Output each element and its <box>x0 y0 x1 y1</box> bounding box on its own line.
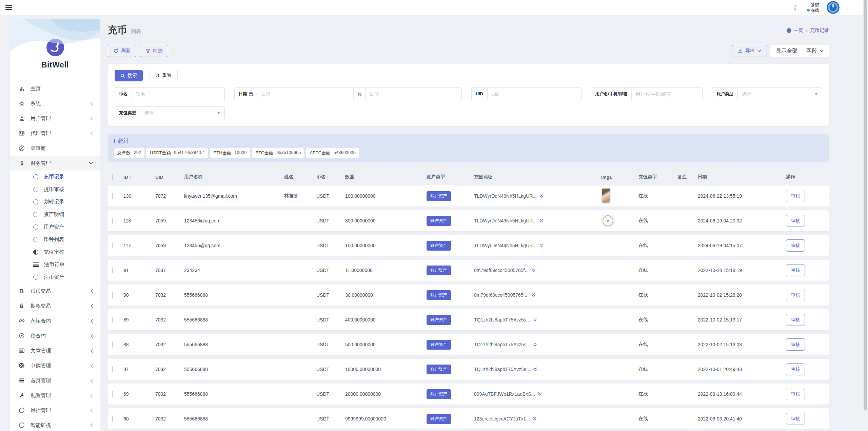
breadcrumb-current[interactable]: 充币记录 <box>810 27 829 34</box>
expand-address-icon[interactable] <box>533 367 537 371</box>
menu-toggle-icon[interactable] <box>5 5 12 10</box>
date-end-input[interactable] <box>366 88 461 100</box>
account-type-select[interactable]: 选择 ▼ <box>738 88 822 100</box>
sidebar-item-agent-management[interactable]: 代理管理 <box>10 126 100 141</box>
expand-address-icon[interactable] <box>533 417 537 421</box>
audit-button[interactable]: 审核 <box>786 239 805 252</box>
sidebar-subitem-user-assets[interactable]: 用户资产 <box>10 221 100 233</box>
row-checkbox[interactable] <box>112 193 113 199</box>
row-checkbox[interactable] <box>112 267 113 273</box>
audit-button[interactable]: 审核 <box>786 363 805 375</box>
audit-button[interactable]: 审核 <box>786 314 805 326</box>
sidebar-item-smart-miner[interactable]: 智能矿机 <box>10 418 100 431</box>
cell-account-type: 账户资产 <box>427 340 474 350</box>
dark-mode-icon[interactable]: ☾ <box>793 4 800 11</box>
sidebar-menu: 主页系统用户管理代理管理渠道商$财务管理充币记录提币审核划转记录资产明细用户资产… <box>10 81 100 431</box>
expand-address-icon[interactable] <box>539 243 544 248</box>
sidebar-item-perpetual-contract[interactable]: 永续合约 <box>10 313 100 328</box>
account-type-badge: 账户资产 <box>427 216 451 226</box>
sidebar-item-channel-merchant[interactable]: 渠道商 <box>10 141 100 156</box>
expand-address-icon[interactable] <box>538 392 542 396</box>
sidebar-subitem-deposit-records[interactable]: 充币记录 <box>10 171 100 183</box>
cell-date: 2022-10-01 20:49:43 <box>698 367 786 372</box>
cell-account-type: 账户资产 <box>427 315 474 325</box>
expand-address-icon[interactable] <box>533 342 537 347</box>
row-checkbox[interactable] <box>112 391 113 397</box>
row-checkbox[interactable] <box>112 218 113 224</box>
sidebar-item-risk-management[interactable]: 风控管理 <box>10 403 100 418</box>
audit-button[interactable]: 审核 <box>786 264 805 276</box>
cell-checkbox <box>108 367 123 372</box>
lifering-icon <box>18 363 25 369</box>
sidebar-subitem-withdraw-audit[interactable]: 提币审核 <box>10 183 100 196</box>
header-id[interactable]: ID↑ <box>123 175 155 180</box>
audit-button[interactable]: 审核 <box>786 338 805 351</box>
uid-filter-input[interactable] <box>488 88 581 100</box>
account-type-badge: 账户资产 <box>427 340 451 350</box>
sidebar-item-article-management[interactable]: 文章管理 <box>10 343 100 358</box>
sidebar-subitem-fiat-orders[interactable]: 法币订单 <box>10 258 100 271</box>
coin-filter-input[interactable] <box>132 88 224 100</box>
scrollbar-thumb[interactable] <box>864 0 867 410</box>
stat-pill: BTC金额:9535106665 <box>252 148 304 158</box>
fields-visibility-button[interactable]: 显示全部 字段 <box>770 45 829 57</box>
row-checkbox[interactable] <box>112 242 113 249</box>
table-row: 607032555666888USDT9999999.00000000账户资产1… <box>108 408 829 429</box>
user-filter-input[interactable] <box>632 88 702 100</box>
sidebar-item-user-management[interactable]: 用户管理 <box>10 111 100 126</box>
row-checkbox[interactable] <box>112 292 113 298</box>
filter-button[interactable]: 筛选 <box>140 45 168 57</box>
row-checkbox[interactable] <box>112 416 113 422</box>
reset-icon: ↺ <box>155 73 160 78</box>
cell-id: 130 <box>123 193 155 199</box>
sidebar-subitem-coin-list[interactable]: 币种列表 <box>10 233 100 246</box>
sidebar-subitem-fiat-assets[interactable]: 法币资产 <box>10 271 100 283</box>
row-checkbox[interactable] <box>112 341 113 348</box>
seal-image-thumbnail[interactable]: ♥ <box>601 214 615 228</box>
sidebar-item-finance-management[interactable]: $财务管理 <box>10 156 100 171</box>
audit-button[interactable]: 审核 <box>786 413 805 425</box>
cell-account-type: 账户资产 <box>427 365 474 374</box>
deposit-type-select[interactable]: 选择 ▼ <box>140 107 224 119</box>
sidebar-item-label: 秒合约 <box>31 333 90 339</box>
sidebar-item-home[interactable]: 主页 <box>10 81 100 96</box>
sidebar-item-second-contract[interactable]: 秒合约 <box>10 328 100 343</box>
sidebar-item-spot-trade[interactable]: B币币交易 <box>10 283 100 298</box>
sidebar-subitem-label: 充值审核 <box>44 249 64 255</box>
export-button[interactable]: 导出 <box>732 45 767 57</box>
sidebar-item-config-management[interactable]: 配置管理 <box>10 388 100 403</box>
sidebar-item-option-trade[interactable]: B期权交易 <box>10 298 100 313</box>
cell-address: 0m79df69ccc45005765f... <box>474 268 601 273</box>
breadcrumb-home[interactable]: 主页 <box>786 27 803 34</box>
sidebar-item-subscription-management[interactable]: 申购管理 <box>10 358 100 373</box>
sidebar-subitem-asset-detail[interactable]: 资产明细 <box>10 208 100 221</box>
audit-button[interactable]: 审核 <box>786 289 805 301</box>
sidebar-subitem-recharge-audit[interactable]: 充值审核 <box>10 246 100 258</box>
audit-button[interactable]: 审核 <box>786 388 805 400</box>
sidebar-item-system[interactable]: 系统 <box>10 96 100 111</box>
sidebar-subitem-transfer-records[interactable]: 划转记录 <box>10 196 100 208</box>
expand-address-icon[interactable] <box>539 219 544 223</box>
refresh-button[interactable]: 刷新 <box>108 45 136 57</box>
date-start-input[interactable] <box>257 88 353 100</box>
address-text: TLDWyrDeN49Nh5HLkgUR... <box>474 243 537 248</box>
chevron-down-icon <box>89 162 93 165</box>
cell-coin: USDT <box>316 391 345 397</box>
row-checkbox[interactable] <box>112 317 113 323</box>
reset-button[interactable]: ↺ 重置 <box>150 70 178 81</box>
audit-button[interactable]: 审核 <box>786 190 805 202</box>
user-info[interactable]: 發財 在线 <box>807 2 819 13</box>
expand-address-icon[interactable] <box>539 194 544 198</box>
avatar[interactable] <box>827 1 840 14</box>
receipt-image-thumbnail[interactable] <box>601 188 611 204</box>
select-all-checkbox[interactable] <box>112 174 113 180</box>
address-text: TQ1zh2bj8apbT75Avz5s... <box>474 367 530 372</box>
row-checkbox[interactable] <box>112 366 113 372</box>
expand-address-icon[interactable] <box>531 268 535 272</box>
cell-uid: 7059 <box>155 243 184 248</box>
sidebar-item-homepage-management[interactable]: 首页管理 <box>10 373 100 388</box>
audit-button[interactable]: 审核 <box>786 215 805 227</box>
expand-address-icon[interactable] <box>533 318 537 322</box>
search-button[interactable]: 搜索 <box>115 70 143 81</box>
expand-address-icon[interactable] <box>531 293 535 297</box>
